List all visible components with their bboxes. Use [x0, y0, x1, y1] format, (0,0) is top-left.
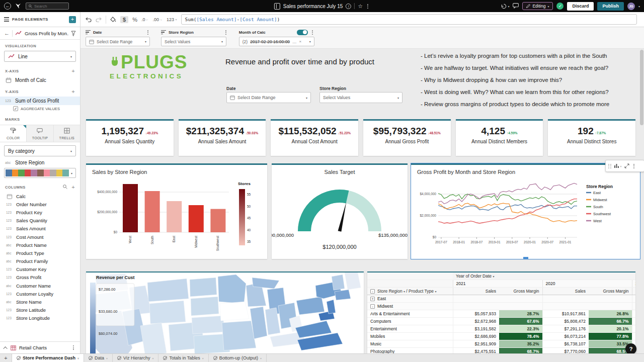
drag-handle-icon[interactable] — [608, 164, 611, 168]
kpi-annual-gross-profit[interactable]: $95,793,322 ↓48.51% Annual Gross Profit — [363, 119, 451, 156]
bar-west[interactable] — [123, 184, 138, 232]
add-page-button[interactable]: + — [0, 354, 12, 362]
inner-date-select[interactable]: Select Date Range▾ — [226, 92, 311, 103]
chart-type-icon[interactable]: ▾ — [614, 163, 622, 168]
col-group-header[interactable]: Year of Order Date ▾ — [453, 273, 635, 280]
table-row-east[interactable]: +East — [367, 295, 635, 303]
inner-region-select[interactable]: Select Values▾ — [319, 92, 403, 103]
column-sales-quantity[interactable]: 123Sales Quantity — [0, 217, 80, 225]
maximize-icon[interactable] — [624, 161, 629, 170]
region-values-select[interactable]: Select Values▾ — [161, 37, 226, 46]
decrease-decimal-button[interactable]: .0← — [141, 17, 149, 22]
expand-toggle[interactable]: + — [370, 297, 375, 301]
column-customer-loyalty[interactable]: 123Customer Loyalty — [0, 290, 80, 298]
y-axis-field[interactable]: 123 Sum of Gross Profit — [0, 97, 80, 105]
fill-color-icon[interactable] — [110, 17, 116, 22]
table-row-midwest[interactable]: -Midwest — [367, 303, 635, 310]
table-row-computers[interactable]: Computers$2,672,96867.6%$5,808,47266.7%$… — [367, 318, 635, 325]
table-row-music[interactable]: Music$2,951,90935.2%$6,738,10733.5%$10,7… — [367, 340, 635, 348]
column-gross-profit[interactable]: 123Gross Profit — [0, 274, 80, 282]
add-element-button[interactable]: + — [69, 16, 76, 23]
tab-caret-icon[interactable]: ▾ — [152, 356, 153, 360]
color-mode-select[interactable]: By category▾ — [4, 145, 76, 156]
bar-southwest[interactable] — [210, 209, 225, 232]
user-avatar[interactable]: JG — [627, 3, 635, 10]
retail-charts-menu-icon[interactable] — [71, 345, 75, 350]
redo-icon[interactable] — [96, 17, 102, 22]
table-row-mobiles[interactable]: Mobiles$2,686,69078.4%$6,073,21477.8%$9,… — [367, 333, 635, 340]
scrollbar-thumb[interactable] — [640, 50, 643, 125]
panel-back-icon[interactable]: ← — [4, 30, 10, 36]
map-card[interactable]: Revenue per Cust $7,286.00$33,680.00$60,… — [86, 272, 364, 353]
y-axis-add-button[interactable]: + — [71, 88, 75, 95]
column-calc[interactable]: Calc — [0, 192, 80, 200]
app-logo-icon[interactable] — [15, 3, 22, 9]
column-customer-key[interactable]: 123Customer Key — [0, 265, 80, 274]
tab-caret-icon[interactable]: ▾ — [202, 356, 204, 360]
favorite-star-icon[interactable]: ☆ — [358, 4, 363, 9]
table-row-entertainment[interactable]: Entertainment$3,191,58222.3%$7,291,17620… — [367, 325, 635, 333]
title-menu-icon[interactable] — [366, 4, 370, 9]
avatar-caret-icon[interactable]: ▾ — [638, 5, 640, 8]
gauge-card[interactable]: Sales Target $100,000,000 $135,000,000 $… — [272, 163, 408, 259]
month-filter-toggle[interactable] — [297, 30, 308, 35]
column-product-key[interactable]: 123Product Key — [0, 208, 80, 216]
comment-icon[interactable] — [513, 2, 519, 11]
kpi-annual-sales-quantity[interactable]: 1,195,327 ↓49.23% Annual Sales Quantity — [86, 119, 174, 156]
search-input[interactable] — [34, 4, 64, 9]
column-sales-amount[interactable]: 123Sales Amount — [0, 225, 80, 233]
bar-east[interactable] — [167, 201, 182, 232]
info-icon[interactable]: i — [346, 4, 351, 9]
element-filter-icon[interactable] — [71, 31, 76, 36]
table-row-arts-entertainment[interactable]: Arts & Entertainment$5,057,93328.7%$10,9… — [367, 310, 635, 318]
column-order-number[interactable]: 123Order Number — [0, 200, 80, 208]
canvas-scrollbar[interactable] — [640, 50, 643, 331]
x-axis-add-button[interactable]: + — [71, 68, 75, 74]
column-customer-name[interactable]: abcCustomer Name — [0, 282, 80, 290]
formula-bar[interactable]: Sum([Sales Amount] - [Cost Amount]) — [181, 14, 637, 25]
color-field[interactable]: abc Store Region — [0, 158, 80, 167]
tab-caret-icon[interactable]: ▾ — [106, 356, 108, 360]
element-menu-icon[interactable] — [632, 163, 636, 169]
aggregate-values-row[interactable]: ✓ AGGREGATE VALUES — [0, 105, 80, 113]
currency-format-button[interactable]: $ — [120, 16, 128, 23]
tab-caret-icon[interactable]: ▾ — [77, 356, 79, 360]
version-history-icon[interactable]: ▾ — [501, 4, 509, 9]
collapse-chevron-icon[interactable] — [3, 346, 7, 350]
tab-color[interactable]: COLOR — [0, 125, 27, 142]
date-filter-menu-icon[interactable] — [146, 30, 150, 35]
undo-icon[interactable] — [86, 17, 92, 22]
column-product-type[interactable]: abcProduct Type — [0, 249, 80, 257]
page-tab-totals-in-tables[interactable]: Totals in Tables ▾ — [158, 354, 208, 362]
increase-decimal-button[interactable]: .00→ — [152, 17, 163, 22]
kpi-annual-cost-amount[interactable]: $115,532,052 ↓51.23% Annual Cost Amount — [271, 119, 358, 156]
aggregate-checkbox[interactable]: ✓ — [13, 106, 18, 111]
month-filter-value[interactable]: (2) 2017-02-20 16:00:00 … × ▾ — [239, 37, 314, 46]
region-filter-menu-icon[interactable] — [224, 30, 228, 35]
table-row-photography[interactable]: Photography$2,475,55168.7%$7,770,06068.5… — [367, 348, 635, 354]
column-store-longitude[interactable]: 123Store Longitude — [0, 314, 80, 322]
bar-chart-card[interactable]: Sales by Store Region $400,000,000 $200,… — [86, 163, 267, 259]
publish-button[interactable]: Publish — [597, 2, 624, 11]
back-icon[interactable]: ← — [4, 3, 11, 10]
page-tab-bottom-up-output[interactable]: Bottom-up (Output) ▾ — [209, 354, 267, 362]
page-tab-data[interactable]: Data ▾ — [84, 354, 113, 362]
editing-mode-button[interactable]: Editing ▾ — [522, 2, 553, 10]
bar-south[interactable] — [145, 191, 160, 232]
month-filter-menu-icon[interactable] — [310, 30, 314, 35]
kpi-annual-distinct-stores[interactable]: 192 ↑7.87% Annual Distinct Stores — [548, 119, 635, 156]
clear-filter-icon[interactable]: × — [299, 39, 302, 44]
column-store-latitude[interactable]: 123Store Latitude — [0, 306, 80, 314]
help-button[interactable]: ? — [625, 343, 636, 353]
column-store-name[interactable]: abcStore Name — [0, 298, 80, 306]
tab-tooltip[interactable]: TOOLTIP — [27, 125, 53, 142]
x-axis-field[interactable]: Month of Calc — [0, 76, 80, 84]
tab-caret-icon[interactable]: ▾ — [260, 356, 262, 360]
pivot-table-card[interactable]: Year of Order Date ▾202120202019-Store R… — [367, 272, 635, 353]
column-product-name[interactable]: abcProduct Name — [0, 241, 80, 249]
row-header[interactable]: -Store Region ▾ / Product Type ▾ — [367, 288, 453, 295]
color-palette-select[interactable]: ▾ — [4, 168, 76, 178]
percent-format-button[interactable]: % — [132, 17, 137, 23]
number-format-dropdown[interactable]: 123 ▾ — [167, 17, 177, 22]
kpi-annual-distinct-members[interactable]: 4,125 ↑4.59% Annual Distinct Members — [456, 119, 543, 156]
